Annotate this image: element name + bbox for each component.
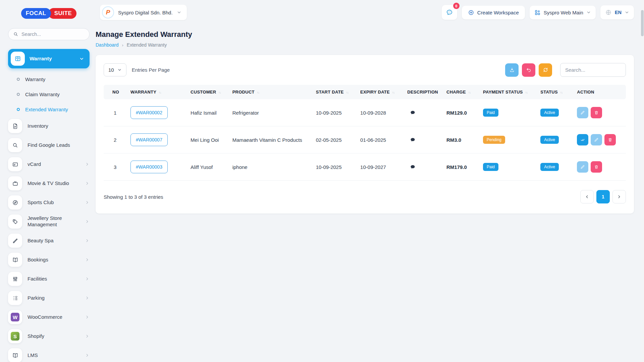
warranty-cell: #WAR00002 [127,99,187,126]
plus-circle-icon [468,9,474,16]
pagination-prev-button[interactable] [580,190,594,203]
table-search-input[interactable] [565,67,621,73]
column-header-action: ACTION [574,85,626,99]
sidebar-item-lms[interactable]: LMS [8,348,90,362]
sidebar-item-shopify[interactable]: SShopify [8,329,90,343]
undo-button[interactable] [522,63,535,77]
download-button[interactable] [505,63,519,77]
status-cell: Active [537,126,574,154]
workspace-selector[interactable]: P Syspro Digital Sdn. Bhd. [100,5,187,20]
chevron-right-icon [85,162,90,167]
delete-button[interactable] [591,107,602,118]
table-row: 2#WAR00007Mei Ling OoiMamaearth Vitamin … [104,126,626,154]
warranty-number-button[interactable]: #WAR00007 [130,133,168,146]
sidebar-item-woocommerce[interactable]: WWooCommerce [8,310,90,324]
sidebar-subitem-claim-warranty[interactable]: Claim Warranty [8,87,90,102]
app-logo[interactable]: FOCAL SUITE [8,8,90,19]
warranty-number-button[interactable]: #WAR00002 [130,106,168,119]
breadcrumb-dashboard-link[interactable]: Dashboard [96,42,119,48]
delete-button[interactable] [604,134,616,145]
sidebar-item-vcard[interactable]: vCard [8,157,90,171]
edit-button[interactable] [577,161,588,173]
column-header-customer[interactable]: CUSTOMER↑↓ [187,85,229,99]
scrollbar-thumb[interactable] [641,10,644,36]
edit-button[interactable] [591,134,602,145]
column-header-charge[interactable]: CHARGE↑↓ [443,85,480,99]
woocommerce-icon: W [8,310,22,324]
chevron-right-icon [85,315,90,319]
start-date-cell: 10-09-2025 [313,154,357,181]
sort-arrows-icon: ↑↓ [218,91,221,94]
warranty-table: NOWARRANTY↑↓CUSTOMER↑↓PRODUCT↑↓START DAT… [104,85,626,181]
sidebar-subitem-warranty[interactable]: Warranty [8,72,90,87]
charge-cell: RM129.0 [443,99,480,126]
page-scrollbar[interactable] [641,0,644,362]
grid-plus-icon [534,9,541,16]
sidebar-item-bookings[interactable]: Bookings [8,253,90,267]
sidebar-item-parking[interactable]: Parking [8,291,90,305]
chevron-right-icon [85,238,90,243]
sidebar-subitem-extended-warranty[interactable]: Extended Warranty [8,102,90,117]
payment-status-cell: Paid [480,99,537,126]
workspace-switcher[interactable]: Syspro Web Main [530,6,596,19]
sidebar-item-jewellery-store-management[interactable]: Jewellery Store Management [8,215,90,229]
messages-button[interactable]: 0 [442,5,457,20]
pagination-next-button[interactable] [612,190,626,203]
column-header-start-date[interactable]: START DATE↑↓ [313,85,357,99]
sidebar-item-label: Find Google Leads [28,142,70,148]
language-selector[interactable]: EN [600,5,634,19]
product-cell: iphone [229,154,313,181]
sidebar-item-label: Inventory [28,123,48,129]
column-header-warranty[interactable]: WARRANTY↑↓ [127,85,187,99]
description-comment-button[interactable] [407,164,416,170]
sidebar-nav: Warranty WarrantyClaim WarrantyExtended … [8,49,90,362]
bullet-icon [17,78,20,81]
column-header-expiry-date[interactable]: EXPIRY DATE↑↓ [357,85,404,99]
sidebar-item-find-google-leads[interactable]: Find Google Leads [8,138,90,152]
table-search[interactable] [560,63,626,77]
warranty-number-button[interactable]: #WAR00003 [130,161,168,173]
sidebar-item-facilities[interactable]: Facilities [8,272,90,286]
delete-button[interactable] [591,161,602,173]
sidebar-group-label: Warranty [30,56,52,62]
sidebar-item-beauty-spa[interactable]: Beauty Spa [8,234,90,248]
description-comment-button[interactable] [407,110,416,116]
chevron-down-icon [586,10,591,15]
status-cell: Active [537,154,574,181]
chevron-down-icon [79,56,84,61]
sidebar-group-warranty[interactable]: Warranty [8,49,90,68]
approve-button[interactable] [577,134,588,145]
pagination: 1 [580,190,626,203]
sidebar-search[interactable] [8,28,90,40]
sidebar-item-movie-tv-studio[interactable]: Movie & TV Studio [8,176,90,190]
booklet-icon [11,52,25,66]
create-workspace-button[interactable]: Create Workspace [462,6,525,19]
book-icon [8,348,22,362]
column-header-payment-status[interactable]: PAYMENT STATUS↑↓ [480,85,537,99]
entries-per-page-label: Entries Per Page [132,67,170,73]
refresh-button[interactable] [539,63,552,77]
pagination-page-1[interactable]: 1 [596,190,610,203]
comment-icon [410,137,416,143]
entries-per-page-select[interactable]: 10 [104,63,126,76]
entries-per-page-value: 10 [108,67,114,73]
column-header-product[interactable]: PRODUCT↑↓ [229,85,313,99]
column-header-status[interactable]: STATUS↑↓ [537,85,574,99]
sort-arrows-icon: ↑↓ [257,91,259,94]
sidebar-subitem-label: Warranty [25,76,45,82]
tv-icon [8,176,22,190]
sidebar-search-input[interactable] [21,32,85,37]
edit-button[interactable] [577,107,588,118]
no-cell: 2 [104,126,127,154]
language-code: EN [615,10,622,15]
download-icon [509,67,515,73]
chevron-right-icon [85,277,90,281]
sidebar-item-sports-club[interactable]: Sports Club [8,195,90,209]
description-comment-button[interactable] [407,137,416,143]
customer-cell: Aliff Yusof [187,154,229,181]
create-workspace-label: Create Workspace [477,10,519,15]
sidebar-item-inventory[interactable]: Inventory [8,119,90,133]
description-cell [404,99,443,126]
breadcrumb-separator: › [122,43,123,48]
sidebar-subitem-label: Claim Warranty [25,92,60,97]
